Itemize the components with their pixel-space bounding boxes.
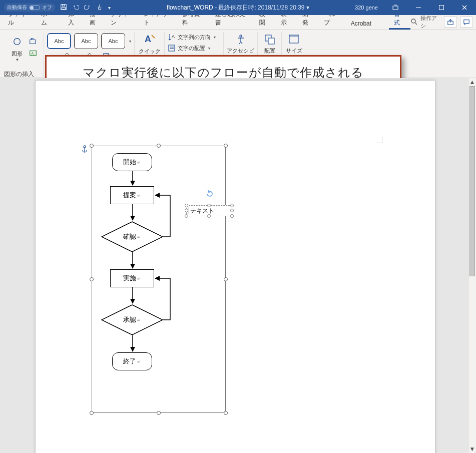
flow-arrow [132,335,133,354]
autosave-state: オフ [42,4,52,11]
svg-rect-31 [268,38,274,44]
tab-acrobat[interactable]: Acrobat [346,17,376,30]
text-box-icon[interactable]: A [29,49,38,59]
flow-arrow [132,252,133,271]
qat-more-icon[interactable]: ▾ [108,5,115,11]
autosave-toggle[interactable]: 自動保存 オフ [4,4,55,12]
flow-node-propose[interactable]: 提案 [110,186,154,204]
scroll-track[interactable] [468,86,476,445]
shape-style-2[interactable]: Abc [74,33,98,49]
object-anchor-icon [81,145,88,155]
svg-point-33 [84,146,86,148]
resize-handle[interactable] [230,209,234,212]
svg-rect-26 [169,45,175,51]
save-icon[interactable] [60,4,67,12]
svg-rect-5 [439,6,444,10]
shape-style-1[interactable]: Abc [47,33,71,49]
quick-styles-icon[interactable]: A [143,33,157,46]
document-area[interactable]: 開始 提案 確認 実施 [0,78,468,453]
svg-point-29 [240,35,242,37]
tell-me-icon[interactable] [410,18,417,27]
resize-handle[interactable] [185,209,188,212]
svg-text:A: A [31,51,34,56]
resize-handle[interactable] [185,214,188,218]
shapes-gallery-button[interactable] [9,33,26,50]
flowchart: 開始 提案 確認 実施 [92,146,225,412]
minimize-button[interactable] [407,5,430,11]
resize-handle[interactable] [207,214,211,218]
account-name[interactable]: 320 gene [349,5,384,11]
rotate-handle-icon[interactable] [205,189,214,200]
align-text-button[interactable]: 文字の配置▾ [168,44,210,52]
text-direction-button[interactable]: A 文字列の方向▾ [168,33,216,41]
flow-node-start[interactable]: 開始 [112,153,152,171]
quick-styles-label: クイック [139,48,161,55]
shape-style-3[interactable]: Abc [101,33,125,49]
shapes-label: 図形 [12,50,23,58]
svg-rect-12 [30,40,35,44]
size-icon[interactable] [287,33,300,47]
flow-node-end[interactable]: 終了 [112,352,152,370]
page[interactable]: 開始 提案 確認 実施 [35,80,435,453]
last-saved-label: - 最終保存日時: 2018/11/28 20:39 [215,4,304,11]
resize-handle[interactable] [230,214,234,218]
shapes-dropdown-icon[interactable]: ▼ [15,58,20,62]
flow-node-execute[interactable]: 実施 [110,269,154,287]
flow-label-textbox[interactable]: テキスト [186,205,232,216]
undo-icon[interactable] [72,4,79,12]
accessibility-label: アクセシビ [227,47,254,55]
flow-arrow-loop [154,194,174,241]
svg-point-8 [411,19,415,23]
ribbon-tabs: ファイル ホーム 挿入 描画 デザイン レイアウト 参考資料 差し込み文書 校閲… [0,15,476,30]
comments-button[interactable] [460,17,473,28]
shape-styles-more-icon[interactable]: ▾ [128,39,131,44]
scroll-thumb[interactable] [469,86,475,276]
edit-shape-icon[interactable] [29,37,38,47]
share-button[interactable] [444,17,457,28]
tell-me-input[interactable]: 操作アシ [420,15,441,30]
resize-handle[interactable] [185,204,188,207]
scroll-up-icon[interactable]: ▲ [468,78,476,86]
autosave-switch-icon [29,5,40,10]
margin-corner-mark [375,137,382,144]
flow-arrow [132,204,133,223]
autosave-label: 自動保存 [7,4,27,11]
flow-arrow [132,171,133,188]
svg-rect-3 [393,6,398,10]
size-label: サイズ [286,47,302,55]
svg-rect-32 [289,36,298,43]
title-dropdown-icon[interactable]: ▾ [306,4,309,11]
text-cursor [189,207,189,214]
textbox-text: テキスト [190,207,214,215]
resize-handle[interactable] [207,204,211,207]
arrange-label: 配置 [264,47,275,55]
close-button[interactable] [453,5,476,11]
svg-line-9 [415,23,417,25]
accessibility-icon[interactable] [234,33,247,47]
vertical-scrollbar[interactable]: ▲ ▼ [468,78,476,453]
insert-shapes-group-label: 図形の挿入 [4,70,34,79]
svg-rect-2 [62,8,66,10]
svg-text:A: A [172,34,175,39]
selected-group-frame[interactable]: 開始 提案 確認 実施 [92,146,226,413]
redo-icon[interactable] [84,4,91,12]
title-bar: 自動保存 オフ ▾ flowchart_WORD - 最終保存日時: 2018/… [0,0,476,15]
svg-point-11 [14,39,20,45]
flow-arrow-loop [154,277,174,324]
resize-handle[interactable] [230,204,234,207]
touch-mode-icon[interactable] [96,4,103,12]
maximize-button[interactable] [430,5,453,11]
quick-access-toolbar: ▾ [60,4,115,12]
svg-text:A: A [145,34,151,44]
ribbon-display-options-icon[interactable] [384,5,407,11]
scroll-down-icon[interactable]: ▼ [468,445,476,453]
flow-arrow [132,287,133,306]
document-filename: flowchart_WORD [167,4,213,11]
arrange-icon[interactable] [263,33,276,47]
svg-rect-1 [62,5,64,7]
